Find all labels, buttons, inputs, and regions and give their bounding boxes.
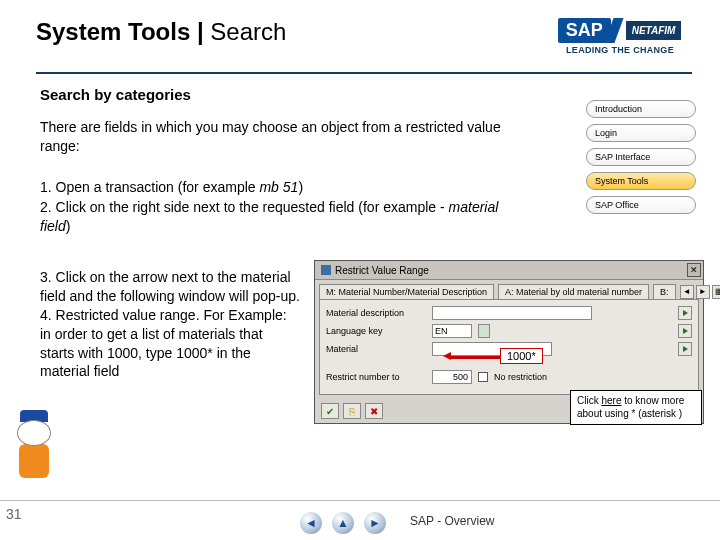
title-sep: | [190, 18, 210, 45]
input-language-key[interactable]: EN [432, 324, 472, 338]
dialog-form: Material description Language key EN Mat… [319, 299, 699, 395]
slide-nav: ◄ ▲ ► [300, 512, 386, 534]
header-rule [36, 72, 692, 74]
title-light: Search [210, 18, 286, 45]
tab-list-icon[interactable]: ▦ [712, 285, 720, 299]
step2-b: ) [66, 218, 71, 234]
label-restrict-number: Restrict number to [326, 372, 426, 382]
footer-text: SAP - Overview [410, 514, 494, 528]
intro-text: There are fields in which you may choose… [40, 118, 520, 156]
nav-system-tools[interactable]: System Tools [586, 172, 696, 190]
nav-sap-office[interactable]: SAP Office [586, 196, 696, 214]
tip-a: Click [577, 395, 601, 406]
prev-slide-icon[interactable]: ◄ [300, 512, 322, 534]
title-strong: System Tools [36, 18, 190, 45]
tab-b[interactable]: B: [653, 284, 676, 299]
steps-3-4: 3. Click on the arrow next to the materi… [40, 268, 300, 381]
label-language-key: Language key [326, 326, 426, 336]
netafim-logo: NETAFIM [625, 20, 683, 41]
step2-a: 2. Click on the right side next to the r… [40, 199, 449, 215]
callout-asterisk-tip: Click here to know more about using * (a… [570, 390, 702, 425]
dialog-tabs: M: Material Number/Material Description … [315, 280, 703, 299]
steps-1-2: 1. Open a transaction (for example mb 51… [40, 178, 520, 237]
step1-b: ) [298, 179, 303, 195]
pin-icon[interactable]: ⎘ [343, 403, 361, 419]
dialog-titlebar: Restrict Value Range ✕ [315, 261, 703, 280]
close-icon[interactable]: ✕ [687, 263, 701, 277]
go-icon[interactable] [678, 324, 692, 338]
ok-icon[interactable]: ✔ [321, 403, 339, 419]
logo-tagline: LEADING THE CHANGE [540, 45, 700, 55]
nav-introduction[interactable]: Introduction [586, 100, 696, 118]
nav-sap-interface[interactable]: SAP Interface [586, 148, 696, 166]
lang-picker-icon[interactable] [478, 324, 490, 338]
mascot-icon [4, 410, 64, 490]
callout-input-example: 1000* [500, 348, 543, 364]
side-nav: Introduction Login SAP Interface System … [586, 100, 696, 214]
app-icon [321, 265, 331, 275]
go-icon[interactable] [678, 306, 692, 320]
first-slide-icon[interactable]: ▲ [332, 512, 354, 534]
subheading: Search by categories [40, 86, 191, 103]
step1-a: 1. Open a transaction (for example [40, 179, 259, 195]
input-material-description[interactable] [432, 306, 592, 320]
tab-material-number[interactable]: M: Material Number/Material Description [319, 284, 494, 299]
brand-logo: SAP NETAFIM LEADING THE CHANGE [540, 18, 700, 55]
nav-login[interactable]: Login [586, 124, 696, 142]
tip-link[interactable]: here [601, 395, 621, 406]
next-slide-icon[interactable]: ► [364, 512, 386, 534]
tab-scroll-right-icon[interactable]: ► [696, 285, 710, 299]
input-restrict-number[interactable]: 500 [432, 370, 472, 384]
go-icon[interactable] [678, 342, 692, 356]
dialog-title: Restrict Value Range [335, 265, 429, 276]
label-material: Material [326, 344, 426, 354]
checkbox-no-restriction[interactable] [478, 372, 488, 382]
step1-em: mb 51 [259, 179, 298, 195]
sap-logo: SAP [558, 18, 611, 43]
page-title: System Tools | Search [36, 18, 286, 46]
tab-scroll-left-icon[interactable]: ◄ [680, 285, 694, 299]
label-no-restriction: No restriction [494, 372, 547, 382]
label-material-description: Material description [326, 308, 426, 318]
tab-old-material-number[interactable]: A: Material by old material number [498, 284, 649, 299]
cancel-icon[interactable]: ✖ [365, 403, 383, 419]
